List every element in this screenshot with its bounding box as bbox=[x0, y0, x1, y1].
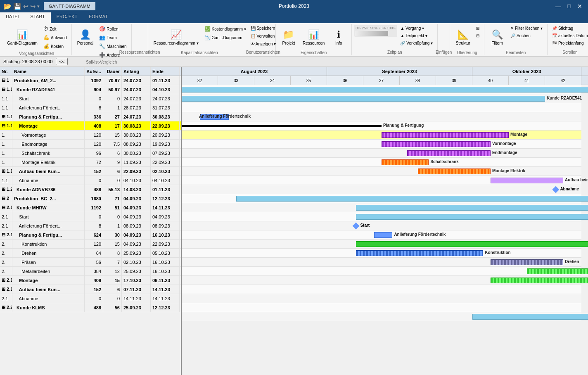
cell-dauer: 7.5 bbox=[103, 140, 122, 148]
btn-suchen[interactable]: 🔎 Suchen bbox=[508, 32, 545, 39]
tab-format[interactable]: FORMAT bbox=[83, 12, 114, 23]
gantt-bar[interactable] bbox=[491, 259, 563, 265]
table-row[interactable]: ⊞ 2.1. Montage 408 15 17.10.23 06.11.23 bbox=[0, 276, 181, 285]
table-row[interactable]: ⊞ 1.1. Planung & Fertigu... 336 27 24.07… bbox=[0, 112, 181, 121]
btn-kostendiagramm[interactable]: 💹Kostendiagramm ▾ bbox=[202, 25, 248, 33]
btn-ressourcen[interactable]: 📊 Ressourcen bbox=[300, 25, 327, 50]
table-row[interactable]: ⊞ 1.2 Kunde ADNVB786 488 55.13 14.08.23 … bbox=[0, 185, 181, 194]
gantt-bar[interactable] bbox=[236, 196, 588, 202]
gantt-bar[interactable] bbox=[374, 232, 392, 238]
cell-dauer: 17 bbox=[103, 121, 122, 130]
cell-dauer: 0 bbox=[103, 294, 122, 303]
table-row[interactable]: ⊞ 2.2 Kunde KLMS 488 56 25.09.23 12.12.2… bbox=[0, 303, 181, 312]
btn-speichern[interactable]: 💾 Speichern bbox=[249, 25, 277, 32]
close-button[interactable]: ✕ bbox=[575, 1, 585, 11]
btn-verknupfung[interactable]: 🔗 Verknüpfung ▾ bbox=[398, 40, 435, 47]
btn-maschinen[interactable]: 🔧Maschinen bbox=[97, 42, 128, 50]
gantt-bar[interactable] bbox=[182, 125, 382, 127]
cell-name: Produktion_BC_2... bbox=[12, 194, 85, 203]
maximize-button[interactable]: □ bbox=[564, 1, 574, 11]
gantt-bar[interactable] bbox=[382, 141, 491, 147]
table-row[interactable]: 1. Schaltschrank 96 6 30.08.23 07.09.23 bbox=[0, 149, 181, 158]
gantt-bar[interactable] bbox=[356, 250, 483, 256]
tab-datei[interactable]: DATEI bbox=[0, 12, 25, 23]
cell-dauer: 1 bbox=[103, 103, 122, 112]
cell-name: Aufbau beim Kun... bbox=[12, 285, 85, 294]
minimize-button[interactable]: — bbox=[553, 1, 563, 11]
cell-name: Montage bbox=[12, 121, 85, 130]
table-row[interactable]: 2. Konstruktion 120 15 04.09.23 22.09.23 bbox=[0, 240, 181, 249]
cell-name: Endmontage bbox=[12, 140, 85, 148]
cell-name: Start bbox=[12, 94, 85, 103]
btn-team[interactable]: 👥Team bbox=[97, 33, 128, 42]
table-row[interactable]: 1.1 Abnahme 0 0 04.10.23 04.10.23 bbox=[0, 176, 181, 185]
btn-projektanfang[interactable]: 🏁 Projektanfang bbox=[550, 40, 588, 47]
btn-info[interactable]: ℹ Info bbox=[328, 25, 349, 50]
gantt-row: Planung & bbox=[182, 240, 581, 249]
gantt-bar[interactable] bbox=[356, 241, 588, 247]
gantt-bar[interactable] bbox=[491, 278, 588, 283]
btn-filter-loschen[interactable]: ✕ Filter löschen ▾ bbox=[508, 25, 545, 32]
table-row[interactable]: 2. Fräsen 56 7 02.10.23 16.10.23 bbox=[0, 258, 181, 267]
table-row[interactable]: 2. Drehen 64 8 25.09.23 05.10.23 bbox=[0, 249, 181, 258]
month-cell: Oktober 2023 bbox=[472, 67, 581, 76]
cell-ende: 20.09.23 bbox=[151, 131, 180, 139]
btn-gantt2[interactable]: 📉Gantt-Diagramm bbox=[202, 33, 248, 42]
table-row[interactable]: 1. Endmontage 120 7.5 08.09.23 19.09.23 bbox=[0, 140, 181, 149]
btn-teilprojekt[interactable]: ▲ Teilprojekt ▾ bbox=[398, 32, 435, 39]
table-row[interactable]: 2. Metallarbeiten 384 12 25.09.23 16.10.… bbox=[0, 267, 181, 276]
table-row[interactable]: ⊞ 2.1. Aufbau beim Kun... 152 6 07.11.23… bbox=[0, 285, 181, 294]
week-cell: 36 bbox=[327, 76, 363, 85]
btn-filtern[interactable]: 🔍 Filtern bbox=[487, 25, 507, 50]
btn-struktur[interactable]: 📐 Struktur bbox=[453, 25, 473, 50]
table-row[interactable]: ⊟ 1 Produktion_AM_2... 1392 70.97 24.07.… bbox=[0, 76, 181, 85]
gantt-bar[interactable] bbox=[407, 150, 491, 156]
gantt-bar[interactable] bbox=[182, 87, 588, 93]
gantt-row: Metallarb bbox=[182, 276, 581, 285]
collapse-button[interactable]: << bbox=[56, 58, 68, 65]
table-row[interactable]: ⊟ 1.1 Kunde RZADE541 904 50.97 24.07.23 … bbox=[0, 85, 181, 94]
gantt-bar[interactable] bbox=[527, 268, 588, 274]
table-row[interactable]: ⊟ 2 Produktion_BC_2... 1680 71 04.09.23 … bbox=[0, 194, 181, 203]
gantt-bar[interactable] bbox=[418, 169, 491, 174]
btn-aktuelles-datum[interactable]: 📅 aktuelles Datum bbox=[550, 32, 588, 39]
table-row[interactable]: ⊟ 2.1. Planung & Fertigu... 624 30 04.09… bbox=[0, 230, 181, 240]
gantt-row bbox=[182, 303, 581, 312]
btn-rollen[interactable]: 🎯Rollen bbox=[97, 25, 128, 33]
gantt-bar[interactable] bbox=[182, 96, 545, 102]
table-row[interactable]: 1. Montage Elektrik 72 9 11.09.23 22.09.… bbox=[0, 158, 181, 167]
tab-gantt-diagramm[interactable]: GANTT-DIAGRAMM bbox=[44, 2, 95, 10]
gantt-bar[interactable] bbox=[356, 214, 588, 220]
gantt-bar[interactable] bbox=[491, 178, 563, 183]
table-row[interactable]: ⊞ 1.1. Aufbau beim Kun... 152 6 22.09.23… bbox=[0, 167, 181, 176]
tab-projekt[interactable]: PROJEKT bbox=[51, 12, 83, 23]
btn-kosten[interactable]: 💰Kosten bbox=[41, 42, 69, 50]
table-row[interactable]: 1. Vormontage 120 15 30.08.23 20.09.23 bbox=[0, 131, 181, 140]
btn-aufwand[interactable]: 💪Aufwand bbox=[41, 33, 69, 42]
btn-gantt-diagramm[interactable]: 📊 Gantt-Diagramm bbox=[4, 25, 40, 50]
btn-stichtag[interactable]: 📌 Stichtag bbox=[550, 25, 588, 32]
table-row[interactable]: ⊟ 1.1. Montage 408 17 30.08.23 22.09.23 bbox=[0, 121, 181, 131]
btn-personal[interactable]: 👤 Personal bbox=[74, 25, 96, 50]
btn-expand[interactable]: ⊞ bbox=[474, 25, 481, 32]
btn-ressourcendiagramm[interactable]: 📈 Ressourcen-diagramm ▾ bbox=[151, 25, 202, 50]
btn-collapse[interactable]: ⊟ bbox=[474, 32, 481, 39]
bar-label: Kunde RZADE541 bbox=[547, 96, 582, 100]
btn-projekt[interactable]: 📁 Projekt bbox=[278, 25, 299, 50]
gantt-bar[interactable] bbox=[382, 132, 509, 138]
tab-start[interactable]: START bbox=[25, 12, 51, 23]
gantt-bar[interactable] bbox=[356, 205, 588, 211]
table-row[interactable]: 1.1 Anlieferung Fördert... 8 1 28.07.23 … bbox=[0, 103, 181, 112]
btn-verwalten[interactable]: 📋 Verwalten bbox=[249, 33, 277, 40]
table-row[interactable]: ⊟ 2.1 Kunde MHRW 1192 51 04.09.23 14.11.… bbox=[0, 203, 181, 212]
table-row[interactable]: 2.1 Start 0 0 04.09.23 04.09.23 bbox=[0, 212, 181, 221]
btn-vorgang[interactable]: ▲ Vorgang ▾ bbox=[398, 25, 435, 32]
btn-zeit[interactable]: ⏱Zeit bbox=[41, 25, 69, 33]
table-row[interactable]: 2.1 Abnahme 0 0 14.11.23 14.11.23 bbox=[0, 294, 181, 303]
gantt-bar[interactable] bbox=[382, 159, 429, 165]
cell-ende: 16.10.23 bbox=[151, 230, 180, 239]
btn-anzeigen[interactable]: 👁 Anzeigen ▾ bbox=[249, 40, 278, 47]
gantt-bar[interactable] bbox=[472, 314, 588, 320]
table-row[interactable]: 1.1 Start 0 0 24.07.23 24.07.23 bbox=[0, 94, 181, 103]
table-row[interactable]: 2.1 Anlieferung Fördert... 8 1 08.09.23 … bbox=[0, 221, 181, 230]
